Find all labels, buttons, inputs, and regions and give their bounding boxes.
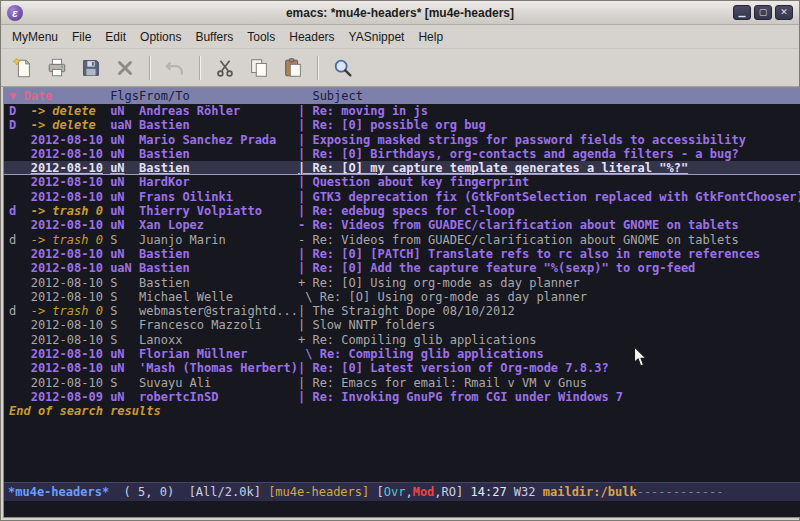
message-flags: uN: [110, 147, 139, 161]
message-row[interactable]: 2012-08-10uNBastien| Re: [0] [PATCH] Tra…: [4, 247, 800, 261]
undo-button[interactable]: [159, 53, 191, 83]
menu-buffers[interactable]: Buffers: [188, 27, 240, 47]
modeline-major-mode: [mu4e-headers]: [268, 485, 369, 499]
message-mark: [9, 175, 31, 189]
message-row[interactable]: d-> trash 0uNThierry Volpiatto| Re: edeb…: [4, 204, 800, 218]
message-row[interactable]: 2012-08-10uaNBastien| Re: [0] Add the ca…: [4, 261, 800, 275]
menu-mymenu[interactable]: MyMenu: [5, 27, 65, 47]
message-row[interactable]: 2012-08-10SLanoxx+ Re: Compiling glib ap…: [4, 333, 800, 347]
column-header-thread[interactable]: [298, 88, 312, 104]
message-row[interactable]: 2012-08-10uNFrans Oilinki| GTK3 deprecat…: [4, 190, 800, 204]
message-row[interactable]: 2012-08-10SSuvayu Ali| Re: Emacs for ema…: [4, 376, 800, 390]
message-row[interactable]: 2012-08-10SBastien+ Re: [O] Using org-mo…: [4, 276, 800, 290]
echo-area[interactable]: [4, 501, 800, 517]
message-mark: [9, 261, 31, 275]
save-buffer-button[interactable]: [75, 53, 107, 83]
message-row[interactable]: 2012-08-10uN'Mash (Thomas Herbert)| Re: …: [4, 361, 800, 375]
close-button[interactable]: ✕: [775, 5, 793, 20]
paste-icon: [282, 57, 304, 79]
message-date: 2012-08-10: [31, 361, 110, 375]
message-flags: S: [110, 276, 139, 290]
message-subject: Question about key fingerprint: [312, 175, 529, 189]
paste-button[interactable]: [277, 53, 309, 83]
copy-button[interactable]: [243, 53, 275, 83]
modeline-overwrite: Ovr: [384, 485, 406, 499]
message-row[interactable]: 2012-08-10SFrancesco Mazzoli| Slow NNTP …: [4, 318, 800, 332]
message-mark: d: [9, 233, 31, 247]
modeline-dashes: ------------: [637, 485, 724, 499]
message-row[interactable]: D-> deleteuaNBastien| Re: [0] possible o…: [4, 118, 800, 132]
message-from: Xan Lopez: [139, 218, 298, 232]
column-header-from[interactable]: From/To: [139, 88, 298, 104]
message-mark: [9, 347, 31, 361]
message-from: robertcInSD: [139, 390, 298, 404]
toolbar-separator: [149, 56, 151, 80]
message-from: Florian Müllner: [139, 347, 298, 361]
message-date: 2012-08-10: [31, 347, 110, 361]
message-subject: Re: Videos from GUADEC/clarification abo…: [312, 233, 738, 247]
search-icon: [332, 57, 354, 79]
cut-button[interactable]: [209, 53, 241, 83]
mode-line[interactable]: *mu4e-headers* ( 5, 0) [All/2.0k] [mu4e-…: [4, 482, 800, 501]
message-row[interactable]: 2012-08-10uNBastien| Re: [O] my capture …: [4, 161, 800, 175]
column-header-flags[interactable]: Flgs: [110, 88, 139, 104]
menu-edit[interactable]: Edit: [98, 27, 133, 47]
message-subject: Re: [0] Add the capture feature "%(sexp)…: [312, 261, 695, 275]
message-from: HardKor: [139, 175, 298, 189]
modeline-buffer-name: *mu4e-headers*: [8, 485, 109, 499]
message-from: Juanjo Marin: [139, 233, 298, 247]
message-subject: Re: [O] Using org-mode as day planner: [312, 276, 579, 290]
message-row[interactable]: 2012-08-10uNFlorian Müllner \ Re: Compil…: [4, 347, 800, 361]
message-flags: uN: [110, 361, 139, 375]
message-subject: Re: Invoking GnuPG from CGI under Window…: [312, 390, 623, 404]
message-thread: |: [298, 247, 312, 261]
modeline-folder: maildir:/bulk: [543, 485, 637, 499]
column-header-subject[interactable]: Subject: [312, 88, 363, 104]
close-buffer-button[interactable]: [109, 53, 141, 83]
menu-options[interactable]: Options: [133, 27, 188, 47]
message-date: 2012-08-10: [31, 133, 110, 147]
message-subject: Re: Compiling glib applications: [312, 333, 536, 347]
search-button[interactable]: [327, 53, 359, 83]
titlebar[interactable]: ε emacs: *mu4e-headers* [mu4e-headers] ▁…: [1, 1, 799, 25]
menu-help[interactable]: Help: [411, 27, 450, 47]
modeline-plain: ]: [456, 485, 470, 499]
message-row[interactable]: 2012-08-10uNHardKor| Question about key …: [4, 175, 800, 189]
maximize-button[interactable]: ▢: [754, 5, 772, 20]
message-flags: uaN: [110, 261, 139, 275]
message-date: 2012-08-10: [31, 261, 110, 275]
message-mark: [9, 290, 31, 304]
message-flags: uN: [110, 133, 139, 147]
message-subject: Re: moving in js: [312, 104, 428, 118]
message-flags: uN: [110, 175, 139, 189]
message-flags: uN: [110, 390, 139, 404]
toolbar-separator: [199, 56, 201, 80]
message-row[interactable]: 2012-08-09uNrobertcInSD| Re: Invoking Gn…: [4, 390, 800, 404]
message-row[interactable]: 2012-08-10SMichael Welle \ Re: [O] Using…: [4, 290, 800, 304]
message-row[interactable]: d-> trash 0Swebmaster@straightd...| The …: [4, 304, 800, 318]
new-file-button[interactable]: [7, 53, 39, 83]
modeline-plain: W32: [507, 485, 543, 499]
message-row[interactable]: d-> trash 0SJuanjo Marin- Re: Videos fro…: [4, 233, 800, 247]
message-mark: [9, 361, 31, 375]
message-row[interactable]: D-> deleteuNAndreas Röhler| Re: moving i…: [4, 104, 800, 118]
message-thread: |: [298, 261, 312, 275]
menu-yasnippet[interactable]: YASnippet: [342, 27, 412, 47]
message-subject: The Straight Dope 08/10/2012: [312, 304, 514, 318]
menu-tools[interactable]: Tools: [240, 27, 282, 47]
minimize-button[interactable]: ▁: [733, 5, 751, 20]
tool-bar: [1, 49, 799, 87]
message-thread: +: [298, 333, 312, 347]
menu-headers[interactable]: Headers: [282, 27, 341, 47]
message-row[interactable]: 2012-08-10uNBastien| Re: [0] Birthdays, …: [4, 147, 800, 161]
print-button[interactable]: [41, 53, 73, 83]
menu-file[interactable]: File: [65, 27, 98, 47]
column-header-date[interactable]: ▼ Date: [9, 88, 110, 104]
message-mark: D: [9, 104, 31, 118]
message-from: Francesco Mazzoli: [139, 318, 298, 332]
message-row[interactable]: 2012-08-10uNXan Lopez- Re: Videos from G…: [4, 218, 800, 232]
message-row[interactable]: 2012-08-10uNMario Sanchez Prada| Exposin…: [4, 133, 800, 147]
message-mark: [9, 133, 31, 147]
message-date: -> trash 0: [31, 233, 110, 247]
message-flags: S: [110, 376, 139, 390]
